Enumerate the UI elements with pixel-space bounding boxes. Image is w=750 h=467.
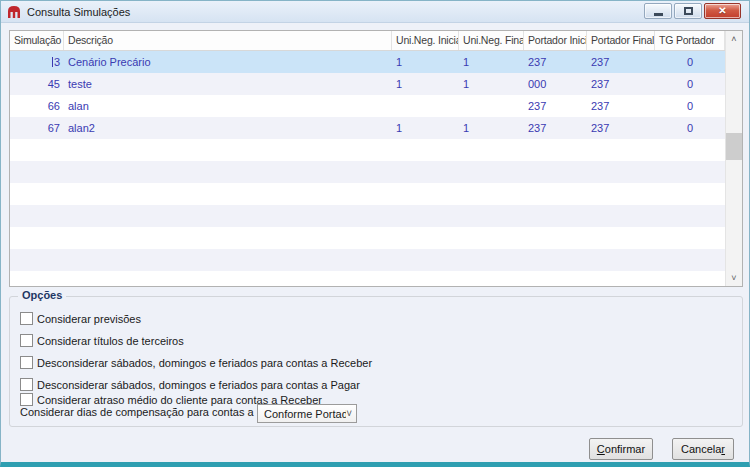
options-groupbox: Opções Considerar previsões Considerar t…: [9, 296, 743, 427]
column-header-unineg-inicial[interactable]: Uni.Neg. Inicial: [392, 31, 459, 50]
checkbox-unchecked[interactable]: [20, 378, 33, 391]
cell-tg-portador[interactable]: 0: [655, 78, 725, 90]
scroll-down-button[interactable]: ˅: [726, 270, 742, 286]
cell-descricao[interactable]: alan2: [64, 122, 392, 134]
table-row[interactable]: 45 teste 1 1 000 237 0: [10, 73, 725, 95]
scroll-up-icon: ˄: [731, 34, 736, 44]
cell-unineg-inicial[interactable]: 1: [392, 78, 459, 90]
compensation-dropdown[interactable]: Conforme Portador ˅: [257, 404, 357, 423]
simulations-grid: Simulação Descrição Uni.Neg. Inicial Uni…: [9, 30, 743, 287]
cell-unineg-inicial[interactable]: 1: [392, 122, 459, 134]
vertical-scrollbar[interactable]: ˄ ˅: [725, 31, 742, 286]
ibeam-cursor: [52, 57, 53, 67]
option-desconsiderar-pagar[interactable]: Desconsiderar sábados, domingos e feriad…: [20, 378, 360, 391]
confirm-button[interactable]: Confirmar: [589, 438, 653, 460]
cell-tg-portador[interactable]: 0: [655, 56, 725, 68]
empty-row: [10, 249, 725, 271]
column-header-simulacao[interactable]: Simulação: [10, 31, 64, 50]
cell-portador-inicial[interactable]: 000: [524, 78, 587, 90]
grid-header: Simulação Descrição Uni.Neg. Inicial Uni…: [10, 31, 725, 51]
option-desconsiderar-receber[interactable]: Desconsiderar sábados, domingos e feriad…: [20, 356, 372, 369]
checkbox-label: Considerar títulos de terceiros: [37, 335, 184, 347]
cell-portador-final[interactable]: 237: [587, 122, 655, 134]
scroll-up-button[interactable]: ˄: [726, 31, 742, 47]
option-titulos-terceiros[interactable]: Considerar títulos de terceiros: [20, 334, 184, 347]
titlebar[interactable]: Consulta Simulações ✕: [1, 1, 749, 23]
cell-portador-final[interactable]: 237: [587, 100, 655, 112]
maximize-button[interactable]: [674, 3, 702, 19]
minimize-icon: [654, 13, 663, 16]
empty-row: [10, 227, 725, 249]
table-row-selected[interactable]: 3 Cenário Precário 1 1 237 237 0: [10, 51, 725, 73]
empty-row: [10, 205, 725, 227]
scrollbar-thumb[interactable]: [726, 133, 742, 160]
empty-row: [10, 271, 725, 287]
consulta-simulacoes-window: Consulta Simulações ✕ Simulação Descriçã…: [0, 0, 750, 467]
cell-simulacao[interactable]: 66: [10, 100, 64, 112]
cell-descricao[interactable]: Cenário Precário: [64, 56, 392, 68]
column-header-unineg-final[interactable]: Uni.Neg. Final: [459, 31, 524, 50]
cancel-button[interactable]: Cancelar: [672, 438, 734, 460]
cell-simulacao[interactable]: 45: [10, 78, 64, 90]
cell-descricao[interactable]: teste: [64, 78, 392, 90]
cell-tg-portador[interactable]: 0: [655, 100, 725, 112]
cell-unineg-final[interactable]: 1: [459, 78, 524, 90]
cell-unineg-final[interactable]: 1: [459, 122, 524, 134]
compensation-row: Considerar dias de compensação para cont…: [20, 406, 306, 418]
cell-portador-final[interactable]: 237: [587, 78, 655, 90]
checkbox-unchecked[interactable]: [20, 334, 33, 347]
column-header-descricao[interactable]: Descrição: [64, 31, 392, 50]
checkbox-unchecked[interactable]: [20, 312, 33, 325]
cell-tg-portador[interactable]: 0: [655, 122, 725, 134]
cell-portador-final[interactable]: 237: [587, 56, 655, 68]
column-header-portador-inicial[interactable]: Portador Inicial: [524, 31, 587, 50]
column-header-tg-portador[interactable]: TG Portador: [655, 31, 725, 50]
checkbox-label: Desconsiderar sábados, domingos e feriad…: [37, 357, 372, 369]
option-considerar-previsoes[interactable]: Considerar previsões: [20, 312, 141, 325]
empty-row: [10, 183, 725, 205]
maximize-icon: [684, 7, 693, 15]
checkbox-unchecked[interactable]: [20, 356, 33, 369]
empty-row: [10, 139, 725, 161]
close-icon: ✕: [718, 6, 726, 16]
window-title: Consulta Simulações: [27, 6, 130, 18]
table-row[interactable]: 67 alan2 1 1 237 237 0: [10, 117, 725, 139]
grid-body: 3 Cenário Precário 1 1 237 237 0 45 test…: [10, 51, 725, 286]
cell-portador-inicial[interactable]: 237: [524, 100, 587, 112]
cell-unineg-inicial[interactable]: 1: [392, 56, 459, 68]
minimize-button[interactable]: [644, 3, 672, 19]
caption-buttons: ✕: [644, 3, 741, 19]
app-icon: [7, 5, 21, 19]
checkbox-label: Desconsiderar sábados, domingos e feriad…: [37, 379, 360, 391]
scroll-down-icon: ˅: [731, 273, 736, 283]
checkbox-label: Considerar previsões: [37, 313, 141, 325]
close-button[interactable]: ✕: [704, 3, 741, 19]
cell-unineg-final[interactable]: 1: [459, 56, 524, 68]
cell-simulacao[interactable]: 3: [10, 56, 64, 68]
chevron-down-icon: ˅: [346, 409, 352, 419]
cell-simulacao[interactable]: 67: [10, 122, 64, 134]
cell-descricao[interactable]: alan: [64, 100, 392, 112]
options-group-label: Opções: [18, 289, 66, 301]
column-header-portador-final[interactable]: Portador Final: [587, 31, 655, 50]
cell-portador-inicial[interactable]: 237: [524, 56, 587, 68]
empty-row: [10, 161, 725, 183]
checkbox-unchecked[interactable]: [20, 393, 33, 406]
cell-portador-inicial[interactable]: 237: [524, 122, 587, 134]
table-row[interactable]: 66 alan 237 237 0: [10, 95, 725, 117]
dropdown-selected-value: Conforme Portador: [264, 408, 346, 420]
